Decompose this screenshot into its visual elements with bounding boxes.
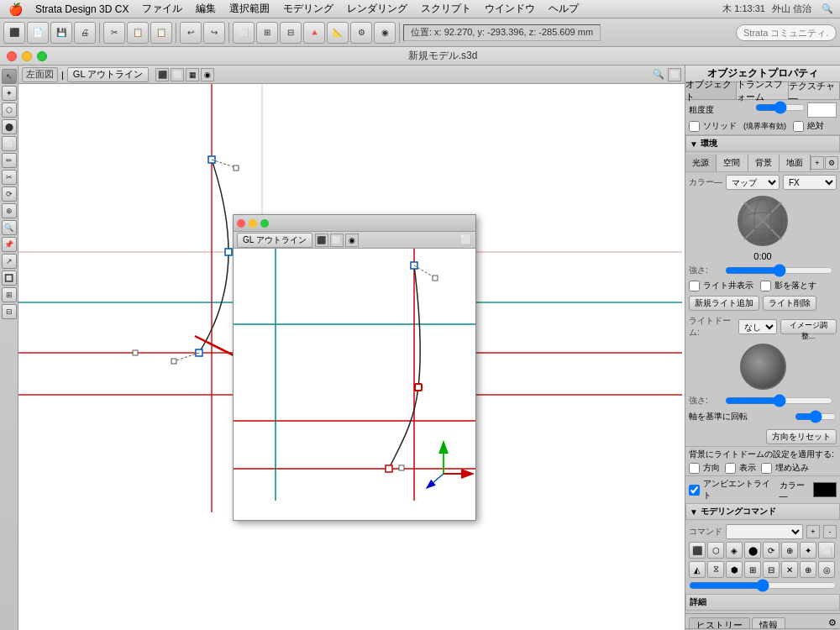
tool-pen[interactable]: ✏ <box>2 153 17 168</box>
toolbar-btn-13[interactable]: ⚙ <box>350 22 372 44</box>
tool-pin[interactable]: 📌 <box>2 237 17 252</box>
float-outline-btn[interactable]: GL アウトライン <box>237 233 312 248</box>
env-tab-bg[interactable]: 背景 <box>748 155 780 171</box>
toolbar-btn-3[interactable]: 💾 <box>50 22 72 44</box>
menu-app[interactable]: Strata Design 3D CX <box>29 2 134 17</box>
minimize-btn[interactable] <box>22 51 32 61</box>
menu-select[interactable]: 選択範囲 <box>223 0 276 18</box>
solid-checkbox[interactable] <box>689 121 700 132</box>
mod-icon-11[interactable]: ⬢ <box>726 561 743 578</box>
env-tab-light[interactable]: 光源 <box>685 155 717 171</box>
fx-select[interactable]: FX <box>783 175 837 190</box>
toolbar-redo[interactable]: ↪ <box>203 22 225 44</box>
view-mini-2[interactable]: ⬜ <box>171 68 184 81</box>
roughness-slider[interactable] <box>755 102 806 113</box>
strength-slider-2[interactable] <box>725 396 833 405</box>
tool-plus[interactable]: ⊞ <box>2 287 17 302</box>
add-light-btn[interactable]: 新規ライト追加 <box>689 296 759 311</box>
del-light-btn[interactable]: ライト削除 <box>763 296 816 311</box>
tab-texture[interactable]: テクスチャ— <box>789 82 840 99</box>
env-tab-space[interactable]: 空間 <box>717 155 748 171</box>
mod-icon-10[interactable]: ⧖ <box>707 561 724 578</box>
mod-icon-3[interactable]: ◈ <box>726 542 743 559</box>
float-minimize[interactable] <box>249 219 257 228</box>
apple-menu[interactable]: 🍎 <box>3 3 28 16</box>
embed-cb[interactable] <box>761 463 772 474</box>
view-mini-4[interactable]: ◉ <box>201 68 214 81</box>
lightdome-select[interactable]: なし <box>738 319 777 334</box>
mod-icon-5[interactable]: ⟳ <box>763 542 780 559</box>
float-mini-3[interactable]: ◉ <box>345 234 359 247</box>
close-btn[interactable] <box>7 51 17 61</box>
tool-circle[interactable]: ⬤ <box>2 119 17 134</box>
outline-btn[interactable]: GL アウトライン <box>67 67 149 82</box>
color-type-select[interactable]: マップ <box>726 175 780 190</box>
menu-rendering[interactable]: レンダリング <box>341 0 413 18</box>
dir-reset-btn[interactable]: 方向をリセット <box>766 429 837 444</box>
modeling-cmd-header[interactable]: ▼ モデリングコマンド <box>685 503 840 520</box>
toolbar-btn-6[interactable]: 📋 <box>127 22 149 44</box>
menu-modeling[interactable]: モデリング <box>277 0 339 18</box>
toolbar-undo[interactable]: ↩ <box>180 22 202 44</box>
float-canvas[interactable] <box>234 249 475 520</box>
toolbar-btn-14[interactable]: ◉ <box>374 22 396 44</box>
ambient-color-swatch[interactable] <box>813 482 837 497</box>
mod-icon-7[interactable]: ✦ <box>800 542 816 559</box>
toolbar-btn-7[interactable]: 📋 <box>150 22 172 44</box>
float-maximize-btn[interactable]: ⬜ <box>460 234 472 245</box>
light-sphere[interactable] <box>740 344 786 390</box>
menu-file[interactable]: ファイル <box>136 0 188 18</box>
float-mini-2[interactable]: ⬜ <box>330 234 344 247</box>
history-tab[interactable]: ヒストリー <box>689 617 750 628</box>
view-mini-1[interactable]: ⬛ <box>155 68 169 81</box>
mod-icon-16[interactable]: ◎ <box>818 561 835 578</box>
mod-icon-2[interactable]: ⬡ <box>707 542 724 559</box>
maximize-btn[interactable] <box>37 51 47 61</box>
view-mini-3[interactable]: ▦ <box>186 68 199 81</box>
toolbar-btn-10[interactable]: ⊟ <box>280 22 302 44</box>
mod-icon-12[interactable]: ⊞ <box>744 561 761 578</box>
mod-icon-4[interactable]: ⬤ <box>744 542 761 559</box>
tool-select[interactable]: ↖ <box>2 69 17 84</box>
mod-icon-13[interactable]: ⊟ <box>763 561 780 578</box>
tool-frame[interactable]: 🔲 <box>2 270 17 286</box>
strength-slider-1[interactable] <box>725 266 833 275</box>
toolbar-btn-4[interactable]: 🖨 <box>74 22 96 44</box>
menu-script[interactable]: スクリプト <box>415 0 477 18</box>
toolbar-btn-8[interactable]: ⬜ <box>233 22 255 44</box>
toolbar-btn-2[interactable]: 📄 <box>27 22 49 44</box>
tab-transform[interactable]: トランスフォーム <box>737 82 788 99</box>
cmd-select[interactable] <box>726 524 803 539</box>
tool-rect[interactable]: ⬜ <box>2 136 17 151</box>
menu-edit[interactable]: 編集 <box>190 0 222 18</box>
toolbar-btn-11[interactable]: 🔺 <box>303 22 325 44</box>
roughness-value[interactable] <box>807 102 837 118</box>
env-opts-btn[interactable]: ⚙ <box>825 156 838 170</box>
direction-sphere[interactable] <box>738 196 788 246</box>
toolbar-btn-5[interactable]: ✂ <box>103 22 125 44</box>
tool-add[interactable]: ⊕ <box>2 203 17 218</box>
tool-transform[interactable]: ✦ <box>2 86 17 101</box>
menu-help[interactable]: ヘルプ <box>543 0 585 18</box>
view-maximize[interactable]: ⬜ <box>668 68 681 81</box>
canvas-area[interactable]: GL アウトライン ⬛ ⬜ ◉ ⬜ <box>18 84 685 630</box>
img-adj-btn[interactable]: イメージ調整... <box>780 319 837 334</box>
mod-icon-9[interactable]: ◭ <box>689 561 706 578</box>
search-input[interactable] <box>736 24 837 41</box>
show-cb[interactable] <box>725 463 736 474</box>
mod-icon-1[interactable]: ⬛ <box>689 542 706 559</box>
info-tab[interactable]: 情報 <box>752 617 785 628</box>
absolute-checkbox[interactable] <box>793 121 804 132</box>
env-section-header[interactable]: ▼ 環境 <box>685 135 840 152</box>
tab-object[interactable]: オブジェクト <box>685 82 737 99</box>
cmd-minus-btn[interactable]: - <box>823 525 837 538</box>
detail-header[interactable]: 詳細 <box>685 594 840 611</box>
dir-cb[interactable] <box>689 463 700 474</box>
ambient-cb[interactable] <box>689 485 700 496</box>
show-light-cb[interactable] <box>689 281 700 291</box>
axis-rotate-slider[interactable] <box>795 410 837 423</box>
shadow-cb[interactable] <box>760 281 771 291</box>
tool-zoom[interactable]: 🔍 <box>2 220 17 235</box>
float-maximize[interactable] <box>260 219 269 228</box>
mod-icon-14[interactable]: ✕ <box>781 561 798 578</box>
